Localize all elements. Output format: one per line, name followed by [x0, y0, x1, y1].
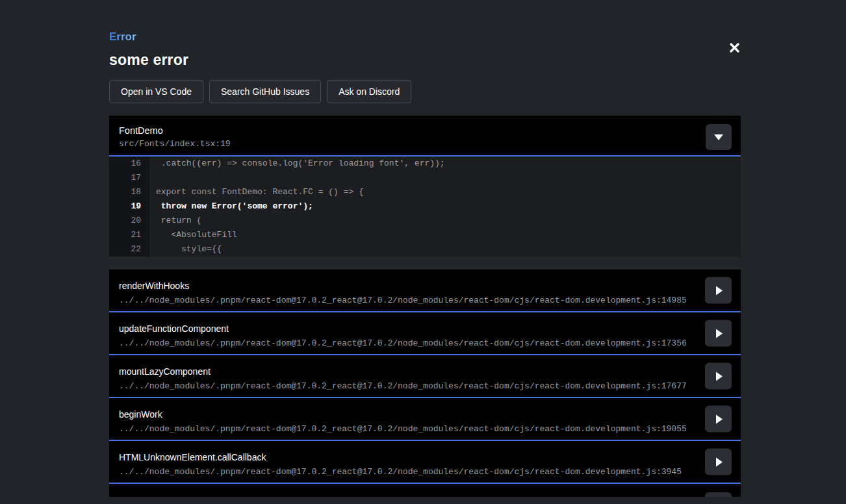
stack-frame-row: HTMLUnknownElement.callCallback ../../no… — [109, 441, 741, 484]
stack-frame-location: ../../node_modules/.pnpm/react-dom@17.0.… — [119, 381, 741, 391]
open-vscode-button[interactable]: Open in VS Code — [109, 80, 203, 103]
line-number: 18 — [109, 185, 149, 199]
play-icon — [716, 457, 723, 466]
line-content: return ( — [149, 214, 741, 228]
code-line-highlighted: 19 throw new Error('some error'); — [109, 199, 741, 214]
code-line: 16 .catch((err) => console.log('Error lo… — [109, 157, 741, 171]
stack-frame-row: mountLazyComponent ../../node_modules/.p… — [109, 355, 741, 398]
line-number: 20 — [109, 214, 149, 228]
expand-frame-button[interactable] — [705, 449, 732, 475]
stack-frame-name: beginWork — [119, 409, 741, 420]
expand-frame-button[interactable] — [705, 363, 732, 390]
ask-discord-button[interactable]: Ask on Discord — [327, 80, 411, 103]
code-frame-header: FontDemo src/Fonts/index.tsx:19 — [109, 116, 741, 157]
frame-function-name: FontDemo — [119, 125, 741, 136]
error-type-label: Error — [109, 31, 136, 44]
line-content: export const FontDemo: React.FC = () => … — [149, 185, 741, 199]
stack-frame-row: renderWithHooks ../../node_modules/.pnpm… — [109, 270, 741, 312]
stack-frame-location: ../../node_modules/.pnpm/react-dom@17.0.… — [119, 424, 741, 434]
expand-frame-button[interactable] — [705, 406, 732, 433]
stack-frame-row-partial — [109, 484, 741, 497]
play-icon — [716, 414, 723, 423]
code-line: 17 — [109, 171, 741, 185]
frame-location: src/Fonts/index.tsx:19 — [119, 139, 741, 149]
expand-frame-button[interactable] — [705, 492, 732, 497]
stack-frame-row: updateFunctionComponent ../../node_modul… — [109, 312, 741, 355]
play-icon — [716, 286, 723, 295]
collapse-frame-button[interactable] — [706, 124, 732, 150]
stack-frame-location: ../../node_modules/.pnpm/react-dom@17.0.… — [119, 296, 741, 305]
stack-frame-list: renderWithHooks ../../node_modules/.pnpm… — [109, 270, 741, 497]
stack-frame-name: updateFunctionComponent — [119, 323, 741, 334]
line-number: 17 — [109, 171, 149, 185]
play-icon — [716, 329, 723, 338]
error-overlay: Error some error Open in VS Code Search … — [0, 0, 846, 504]
code-line: 21 <AbsoluteFill — [109, 228, 741, 242]
line-number: 21 — [109, 228, 149, 242]
stack-frame-row: beginWork ../../node_modules/.pnpm/react… — [109, 398, 741, 441]
stack-frame-name: mountLazyComponent — [119, 366, 741, 377]
stack-frame-name: renderWithHooks — [119, 281, 741, 291]
page-title: some error — [109, 51, 741, 69]
line-content: style={{ — [149, 242, 741, 257]
code-block: 16 .catch((err) => console.log('Error lo… — [109, 157, 741, 257]
line-content: .catch((err) => console.log('Error loadi… — [149, 157, 741, 171]
line-content: throw new Error('some error'); — [149, 199, 741, 214]
line-content: <AbsoluteFill — [149, 228, 741, 242]
code-line: 22 style={{ — [109, 242, 741, 257]
chevron-down-icon — [714, 134, 723, 140]
error-content: Error some error Open in VS Code Search … — [109, 0, 741, 497]
line-number: 16 — [109, 157, 149, 171]
line-content — [149, 171, 741, 185]
stack-frame-name: HTMLUnknownElement.callCallback — [119, 452, 741, 462]
line-number: 19 — [109, 199, 149, 214]
play-icon — [716, 372, 723, 381]
code-line: 20 return ( — [109, 214, 741, 228]
search-github-issues-button[interactable]: Search GitHub Issues — [209, 80, 321, 103]
code-frame-card: FontDemo src/Fonts/index.tsx:19 16 .catc… — [109, 116, 741, 257]
action-button-row: Open in VS Code Search GitHub Issues Ask… — [109, 80, 741, 103]
code-line: 18 export const FontDemo: React.FC = () … — [109, 185, 741, 199]
stack-frame-location: ../../node_modules/.pnpm/react-dom@17.0.… — [119, 467, 741, 477]
stack-frame-location: ../../node_modules/.pnpm/react-dom@17.0.… — [119, 338, 741, 348]
expand-frame-button[interactable] — [705, 277, 732, 304]
line-number: 22 — [109, 242, 149, 257]
expand-frame-button[interactable] — [705, 320, 732, 347]
